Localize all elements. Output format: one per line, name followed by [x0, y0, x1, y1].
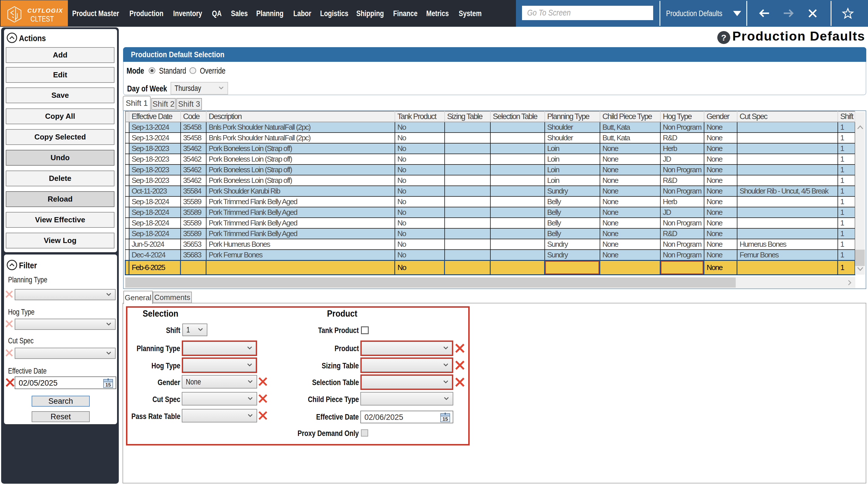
svg-text:15: 15: [105, 382, 111, 388]
svg-text:15: 15: [443, 417, 448, 422]
